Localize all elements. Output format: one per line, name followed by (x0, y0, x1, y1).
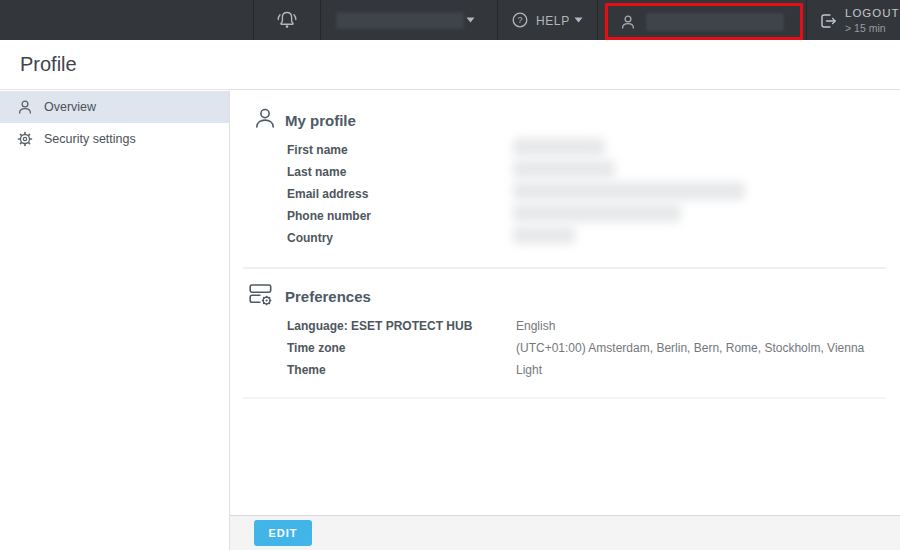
preferences-icon (247, 281, 274, 308)
field-label-language: Language: ESET PROTECT HUB (287, 319, 472, 333)
sidebar-item-overview[interactable]: Overview (0, 91, 229, 123)
topbar-divider (806, 0, 807, 40)
help-icon: ? (512, 12, 528, 28)
gear-icon (17, 131, 33, 147)
notifications-button[interactable] (274, 8, 300, 32)
annotation-highlight (605, 3, 803, 40)
user-menu[interactable] (608, 6, 800, 37)
chevron-down-icon (466, 17, 475, 23)
topbar-divider (497, 0, 498, 40)
logout-button[interactable]: LOGOUT > 15 min (812, 0, 900, 40)
sidebar-item-label: Overview (44, 100, 96, 114)
field-label-last-name: Last name (287, 165, 346, 179)
panel-footer: EDIT (230, 515, 900, 550)
topbar-divider (597, 0, 598, 40)
sidebar: Overview Security settings (0, 91, 229, 550)
topbar-divider (320, 0, 321, 40)
redacted-country (513, 226, 575, 244)
redacted-first-name (513, 138, 605, 156)
logout-timeout: > 15 min (845, 22, 900, 34)
field-label-first-name: First name (287, 143, 348, 157)
redacted-last-name (513, 160, 615, 178)
bell-icon (274, 8, 300, 32)
field-label-time-zone: Time zone (287, 341, 345, 355)
logout-icon (818, 11, 838, 31)
organization-dropdown[interactable] (330, 0, 490, 40)
field-label-theme: Theme (287, 363, 326, 377)
section-divider (243, 267, 886, 269)
profile-overview-panel: My profile First name Last name Email ad… (229, 91, 900, 550)
chevron-down-icon (574, 17, 583, 23)
user-icon (620, 14, 636, 30)
page-title: Profile (20, 53, 77, 76)
redacted-organization-name (336, 12, 464, 29)
field-value-theme: Light (516, 363, 542, 377)
section-title-preferences: Preferences (285, 288, 371, 305)
sidebar-item-label: Security settings (44, 132, 136, 146)
help-label: HELP (536, 14, 570, 28)
field-value-language: English (516, 319, 555, 333)
person-icon (17, 99, 33, 115)
svg-text:?: ? (517, 15, 522, 25)
person-icon (253, 106, 277, 130)
field-label-country: Country (287, 231, 333, 245)
redacted-phone-number (513, 204, 681, 222)
topbar-divider (253, 0, 254, 40)
section-divider (243, 397, 886, 399)
page-header: Profile (0, 40, 900, 90)
redacted-email-address (513, 182, 745, 200)
field-label-email-address: Email address (287, 187, 368, 201)
edit-button[interactable]: EDIT (254, 520, 312, 546)
logout-label: LOGOUT (845, 7, 900, 20)
topbar: ? HELP LOGOUT (0, 0, 900, 40)
field-value-time-zone: (UTC+01:00) Amsterdam, Berlin, Bern, Rom… (516, 341, 864, 355)
field-label-phone-number: Phone number (287, 209, 371, 223)
redacted-username (646, 13, 784, 31)
sidebar-item-security-settings[interactable]: Security settings (0, 123, 229, 155)
section-title-my-profile: My profile (285, 112, 356, 129)
help-menu[interactable]: ? HELP (505, 0, 595, 40)
